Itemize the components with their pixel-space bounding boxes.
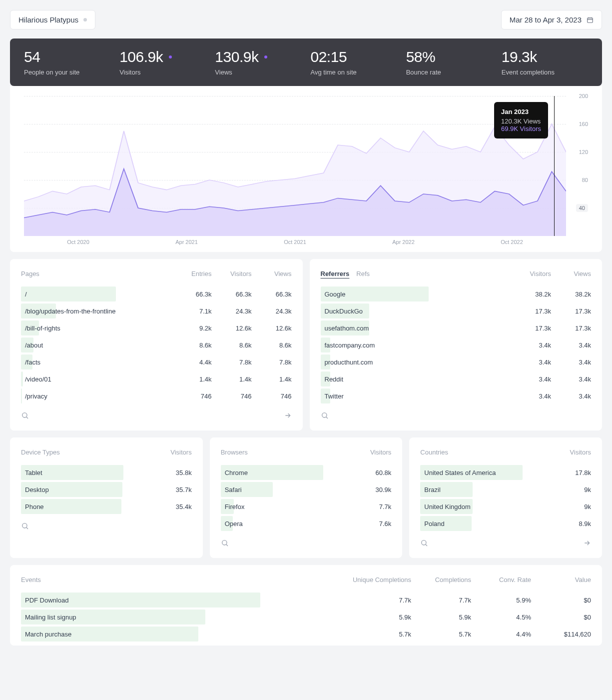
metric-value: 02:15 [311,48,347,66]
cell-value: 4.4k [172,358,212,366]
metrics-bar: 54People on your site106.9kVisitors130.9… [10,38,602,86]
expand-icon[interactable] [284,412,292,420]
search-icon[interactable] [21,412,29,420]
metric[interactable]: 58%Bounce rate [406,48,493,76]
table-row[interactable]: Desktop35.7k [21,481,192,498]
traffic-chart-card: 4080120160200 40 Jan 2023 120.3K Views 6… [10,86,602,252]
cell-value: 35.8k [152,469,192,476]
metric[interactable]: 130.9kViews [215,48,301,76]
table-row[interactable]: /facts4.4k7.8k7.8k [21,354,292,370]
cell-value: 17.3k [551,324,591,332]
metric[interactable]: 106.9kVisitors [119,48,206,76]
traffic-chart[interactable] [24,96,566,236]
metric[interactable]: 02:15Avg time on site [311,48,397,76]
cell-value: 66.3k [212,290,252,298]
cell-value: 746 [252,392,292,400]
table-row[interactable]: Opera7.6k [221,515,392,532]
table-row[interactable]: PDF Download7.7k7.7k5.9%$0 [21,592,591,608]
row-label: producthunt.com [321,358,512,366]
site-name: Hilarious Platypus [18,16,78,24]
expand-icon[interactable] [583,539,591,547]
table-row[interactable]: Safari30.9k [221,481,392,498]
cell-value: 5.7k [411,630,471,638]
y-tick-badge: 40 [576,204,588,212]
row-label: /bill-of-rights [21,324,172,332]
cell-value: 7.7k [351,596,411,604]
svg-point-1 [22,413,27,418]
referrers-card: Referrers Refs Visitors Views Google38.2… [310,259,603,430]
cell-value: 17.3k [511,308,551,315]
table-row[interactable]: producthunt.com3.4k3.4k [321,354,592,370]
table-row[interactable]: DuckDuckGo17.3k17.3k [321,302,592,320]
x-tick: Apr 2022 [349,239,458,245]
cell-value: 4.4% [471,630,531,638]
row-label: Mailing list signup [21,614,351,621]
table-row[interactable]: Brazil9k [420,481,591,498]
row-label: Brazil [420,486,551,494]
table-row[interactable]: Firefox7.7k [221,498,392,515]
row-label: /about [21,342,172,349]
site-selector[interactable]: Hilarious Platypus [10,10,95,30]
cell-value: 7.6k [351,520,391,528]
tab-referrers[interactable]: Referrers [321,270,350,278]
metric[interactable]: 19.3kEvent completions [502,48,588,76]
table-row[interactable]: /bill-of-rights9.2k12.6k12.6k [21,320,292,336]
cell-value: 1.4k [172,376,212,383]
cell-value: 8.9k [551,520,591,528]
row-label: Safari [221,486,352,494]
table-row[interactable]: Poland8.9k [420,515,591,532]
cell-value: 8.6k [172,342,212,349]
cell-value: 8.6k [212,342,252,349]
table-row[interactable]: Phone35.4k [21,498,192,515]
table-row[interactable]: United Kingdom9k [420,498,591,515]
search-icon[interactable] [321,412,329,420]
cell-value: 3.4k [511,358,551,366]
cell-value: 12.6k [212,324,252,332]
table-row[interactable]: /blog/updates-from-the-frontline7.1k24.3… [21,302,292,320]
date-range-picker[interactable]: Mar 28 to Apr 3, 2023 [501,10,602,30]
table-row[interactable]: Twitter3.4k3.4k [321,388,592,404]
table-row[interactable]: Chrome60.8k [221,464,392,481]
events-card: Events Unique Completions Completions Co… [10,565,602,646]
table-row[interactable]: /66.3k66.3k66.3k [21,286,292,302]
table-row[interactable]: Tablet35.8k [21,464,192,481]
row-label: Tablet [21,469,152,476]
table-row[interactable]: usefathom.com17.3k17.3k [321,320,592,336]
table-row[interactable]: March purchase5.7k5.7k4.4%$114,620 [21,626,591,642]
row-label: March purchase [21,630,351,638]
table-row[interactable]: Google38.2k38.2k [321,286,592,302]
chart-tooltip: Jan 2023 120.3K Views 69.9K Visitors [494,102,548,138]
cell-value: 3.4k [511,392,551,400]
table-row[interactable]: /video/011.4k1.4k1.4k [21,370,292,388]
cell-value: $114,620 [531,630,591,638]
cell-value: 8.6k [252,342,292,349]
svg-point-3 [22,524,27,528]
search-icon[interactable] [420,539,428,547]
cell-value: 3.4k [551,376,591,383]
row-label: /privacy [21,392,172,400]
cell-value: 1.4k [212,376,252,383]
cell-value: 5.7k [351,630,411,638]
cell-value: $0 [531,596,591,604]
row-label: / [21,290,172,298]
cell-value: 5.9k [411,614,471,621]
table-row[interactable]: United States of America17.8k [420,464,591,481]
table-row[interactable]: /privacy746746746 [21,388,292,404]
cell-value: 35.7k [152,486,192,494]
cell-value: 5.9k [351,614,411,621]
search-icon[interactable] [221,539,229,547]
tab-refs[interactable]: Refs [356,270,370,278]
status-dot [83,18,87,22]
cell-value: 3.4k [551,392,591,400]
table-row[interactable]: /about8.6k8.6k8.6k [21,336,292,354]
search-icon[interactable] [21,522,29,530]
devices-card: Device TypesVisitors Tablet35.8kDesktop3… [10,438,203,558]
table-row[interactable]: fastcompany.com3.4k3.4k [321,336,592,354]
cell-value: 9.2k [172,324,212,332]
metric[interactable]: 54People on your site [24,48,110,76]
row-label: fastcompany.com [321,342,512,349]
row-label: Opera [221,520,352,528]
table-row[interactable]: Mailing list signup5.9k5.9k4.5%$0 [21,608,591,626]
metric-label: Views [215,68,301,76]
table-row[interactable]: Reddit3.4k3.4k [321,370,592,388]
